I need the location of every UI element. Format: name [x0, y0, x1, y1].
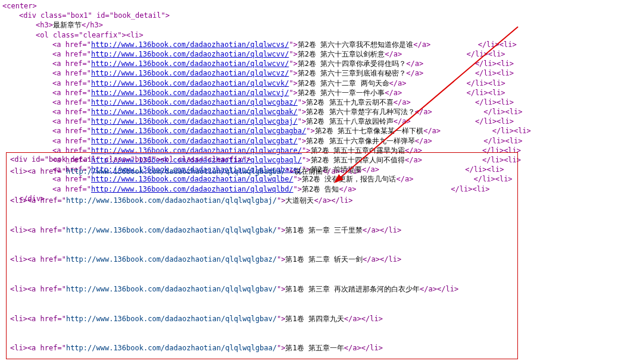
tag-div: <div class="box1" id="book_detail">	[19, 11, 170, 20]
link-text: 第2卷 第五十八章故园铃声	[306, 117, 393, 125]
link-text: 第2卷 第六十五章以剑析意	[298, 50, 385, 58]
link-text: 说在前面	[294, 167, 323, 175]
link-text: 第2卷 第六十二章 两句天命	[298, 79, 389, 87]
link-text: 第2卷 第五十六章像井九一样弹琴	[306, 137, 414, 145]
link-url[interactable]: http://www.136book.com/dadaozhaotian/qlq…	[66, 226, 277, 234]
link-url[interactable]: http://www.136book.com/dadaozhaotian/qlq…	[91, 137, 298, 145]
link-url[interactable]: http://www.136book.com/dadaozhaotian/qlq…	[91, 89, 289, 97]
link-text: 第1卷 第三章 再次踏进那条河的白衣少年	[285, 285, 420, 293]
link-url[interactable]: http://www.136book.com/dadaozhaotian/qlq…	[66, 167, 285, 175]
code-row: <a href="http://www.136book.com/dadaozha…	[2, 59, 641, 68]
code-row: <a href="http://www.136book.com/dadaozha…	[2, 68, 641, 78]
code-row: <a href="http://www.136book.com/dadaozha…	[2, 117, 641, 126]
link-text: 第2卷 第六十一章一件小事	[298, 89, 385, 97]
tag-h3-close: </h3>	[82, 21, 103, 29]
code-row: <a href="http://www.136book.com/dadaozha…	[2, 126, 641, 136]
code-row: <a href="http://www.136book.com/dadaozha…	[2, 107, 641, 117]
box-head: <div id="book_detail" class="box1"><ol c…	[10, 155, 251, 164]
link-text: 大道朝天	[285, 196, 314, 205]
link-text: 第2卷 第六十六章我不想知道你是谁	[298, 40, 413, 49]
link-text: 第1卷 第一章 三千里禁	[285, 226, 363, 234]
link-text: 第2卷 第六十章楚字有几种写法？	[306, 108, 414, 116]
highlight-row: <li><a href="http://www.136book.com/dada…	[10, 196, 514, 206]
link-url[interactable]: http://www.136book.com/dadaozhaotian/qlq…	[91, 98, 298, 106]
code-row: <a href="http://www.136book.com/dadaozha…	[2, 79, 641, 88]
link-text: 第2卷 第六十四章你承受得住吗？	[298, 59, 406, 68]
link-url[interactable]: http://www.136book.com/dadaozhaotian/qlq…	[66, 344, 277, 352]
link-text: 第2卷 第六十三章到底谁有秘密？	[298, 69, 406, 77]
link-url[interactable]: http://www.136book.com/dadaozhaotian/qlq…	[91, 108, 298, 116]
link-url[interactable]: http://www.136book.com/dadaozhaotian/qlq…	[91, 117, 298, 125]
link-text: 第1卷 第二章 斩天一剑	[285, 255, 363, 263]
highlight-row: <li><a href="http://www.136book.com/dada…	[10, 255, 514, 265]
highlight-row: <li><a href="http://www.136book.com/dada…	[10, 285, 514, 294]
link-text: 第1卷 第五章一年	[285, 344, 344, 352]
link-url[interactable]: http://www.136book.com/dadaozhaotian/qlq…	[91, 59, 289, 68]
highlight-row: <li><a href="http://www.136book.com/dada…	[10, 226, 514, 236]
link-url[interactable]: http://www.136book.com/dadaozhaotian/qlq…	[66, 196, 277, 205]
link-text: 第2卷 第五十九章云胡不喜	[306, 98, 393, 106]
link-url[interactable]: http://www.136book.com/dadaozhaotian/qlq…	[66, 315, 277, 323]
link-text: 第2卷 第五十七章像某某一样下棋	[315, 127, 423, 135]
link-text: 第1卷 第四章九天	[285, 315, 344, 323]
code-row: <a href="http://www.136book.com/dadaozha…	[2, 88, 641, 98]
tag-ol: <ol class="clearfix"><li>	[36, 31, 143, 39]
link-url[interactable]: http://www.136book.com/dadaozhaotian/qlq…	[66, 285, 277, 293]
link-url[interactable]: http://www.136book.com/dadaozhaotian/qlq…	[91, 50, 289, 58]
highlight-row: <li><a href="http://www.136book.com/dada…	[10, 344, 514, 353]
highlight-box: <div id="book_detail" class="box1"><ol c…	[6, 152, 518, 359]
code-row: <a href="http://www.136book.com/dadaozha…	[2, 49, 641, 59]
code-row: <a href="http://www.136book.com/dadaozha…	[2, 136, 641, 146]
link-url[interactable]: http://www.136book.com/dadaozhaotian/qlq…	[91, 40, 289, 49]
link-url[interactable]: http://www.136book.com/dadaozhaotian/qlq…	[91, 69, 289, 77]
code-row: <a href="http://www.136book.com/dadaozha…	[2, 40, 641, 49]
link-url[interactable]: http://www.136book.com/dadaozhaotian/qlq…	[66, 255, 277, 263]
link-url[interactable]: http://www.136book.com/dadaozhaotian/qlq…	[91, 79, 289, 87]
h3-text: 最新章节	[53, 21, 82, 29]
tag-h3-open: <h3>	[36, 21, 53, 29]
link-url[interactable]: http://www.136book.com/dadaozhaotian/qlq…	[91, 127, 306, 135]
highlight-row: <li><a href="http://www.136book.com/dada…	[10, 315, 514, 324]
code-row: <a href="http://www.136book.com/dadaozha…	[2, 98, 641, 107]
tag-center: <center>	[2, 2, 37, 10]
highlight-row: <li><a href="http://www.136book.com/dada…	[10, 167, 514, 177]
